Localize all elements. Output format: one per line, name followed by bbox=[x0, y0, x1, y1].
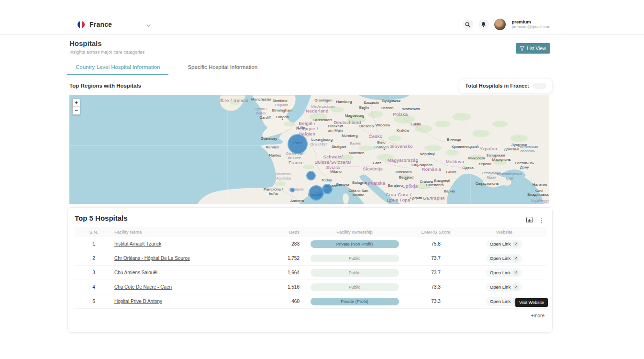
zoom-in-button[interactable]: + bbox=[73, 99, 80, 107]
open-link-button[interactable]: Open Link↗ bbox=[486, 269, 522, 277]
topbar: France premium premium@gmail.com bbox=[0, 14, 644, 35]
user-avatar[interactable] bbox=[494, 19, 506, 30]
column-header: Beds bbox=[271, 229, 300, 235]
beds-value: 1,664 bbox=[271, 270, 300, 275]
map-canvas[interactable]: Éire / IrelandManchesterSheffieldEngland… bbox=[69, 95, 549, 204]
table-row: 4Chu Cote De Nacre - Caen1,516Public73.3… bbox=[75, 280, 546, 294]
bell-icon bbox=[481, 22, 486, 27]
open-link-label: Open Link bbox=[490, 241, 511, 247]
map-marker-marseille[interactable] bbox=[309, 185, 324, 201]
open-link-label: Open Link bbox=[490, 256, 511, 261]
row-serial: 4 bbox=[75, 284, 113, 290]
beds-value: 460 bbox=[271, 299, 300, 304]
map-marker-lyon[interactable] bbox=[306, 171, 316, 180]
chevron-down-icon bbox=[146, 22, 151, 27]
bar-chart-icon bbox=[526, 217, 533, 223]
table-row: 3Chu Amiens Salouël1,664Public73.7Open L… bbox=[75, 266, 546, 280]
column-header: Facility Name bbox=[113, 229, 271, 235]
column-header: EMeRG Score bbox=[410, 229, 462, 235]
ownership-badge: Public bbox=[311, 283, 399, 291]
emerg-score-value: 75.8 bbox=[410, 241, 462, 247]
country-name: France bbox=[89, 21, 112, 28]
card-title: Top 5 Hospitals bbox=[75, 214, 552, 222]
map-zoom-control: + − bbox=[72, 99, 80, 115]
map-markers bbox=[69, 95, 549, 204]
tab-bar: Country Level Hospital Information Speci… bbox=[67, 61, 553, 75]
hospitals-table: S.N.Facility NameBedsFacility ownershipE… bbox=[75, 227, 546, 309]
more-options-button[interactable]: ⋮ bbox=[538, 217, 544, 223]
chart-view-button[interactable] bbox=[526, 217, 533, 223]
beds-value: 1,752 bbox=[271, 256, 300, 261]
notifications-button[interactable] bbox=[478, 19, 489, 30]
open-link-label: Open Link bbox=[490, 270, 511, 275]
zoom-out-button[interactable]: − bbox=[73, 107, 80, 114]
table-header-row: S.N.Facility NameBedsFacility ownershipE… bbox=[75, 227, 546, 237]
facility-name-link[interactable]: Chu Cote De Nacre - Caen bbox=[114, 284, 172, 290]
external-link-icon: ↗ bbox=[513, 284, 519, 290]
tab-specific-hospital-information[interactable]: Specific Hospital Information bbox=[179, 61, 266, 75]
ownership-badge: Private (Profit) bbox=[311, 298, 399, 305]
open-link-label: Open Link bbox=[490, 299, 511, 304]
main-content: Hospitals Insights across major care cat… bbox=[67, 39, 553, 333]
emerg-score-value: 73.3 bbox=[410, 299, 462, 304]
table-row: 5Hopital Prive D Antony460Private (Profi… bbox=[75, 294, 546, 309]
facility-name-link[interactable]: Hopital Prive D Antony bbox=[114, 299, 162, 304]
facility-name-link[interactable]: Chu Amiens Salouël bbox=[114, 270, 157, 275]
user-name: premium bbox=[512, 20, 550, 25]
total-hospitals-box: Total Hospitals in France: bbox=[459, 78, 553, 94]
facility-name-link[interactable]: Chr Orléans - Hôpital De La Source bbox=[114, 256, 190, 261]
row-serial: 3 bbox=[75, 270, 113, 275]
row-serial: 1 bbox=[75, 241, 113, 247]
external-link-icon: ↗ bbox=[513, 270, 519, 276]
external-link-icon: ↗ bbox=[513, 241, 519, 247]
table-body: 1Institut Arnault Tzanck283Private (Non … bbox=[75, 237, 546, 309]
filter-icon bbox=[520, 46, 524, 51]
beds-value: 283 bbox=[271, 241, 300, 247]
france-flag-icon bbox=[78, 21, 85, 28]
open-link-label: Open Link bbox=[490, 284, 511, 290]
list-view-button[interactable]: List View bbox=[516, 43, 550, 54]
user-profile[interactable]: premium premium@gmail.com bbox=[512, 20, 550, 30]
page-subtitle: Insights across major care categories bbox=[69, 49, 144, 55]
total-hospitals-label: Total Hospitals in France: bbox=[465, 83, 529, 89]
beds-value: 1,516 bbox=[271, 284, 300, 290]
open-link-button[interactable]: Open Link↗ bbox=[486, 240, 522, 248]
open-link-button[interactable]: Open Link↗ bbox=[486, 254, 522, 263]
user-email: premium@gmail.com bbox=[512, 25, 550, 30]
search-button[interactable] bbox=[463, 19, 473, 30]
column-header: Facility ownership bbox=[300, 229, 410, 235]
total-hospitals-value-loading bbox=[533, 83, 546, 89]
facility-name-link[interactable]: Institut Arnault Tzanck bbox=[114, 241, 161, 247]
ownership-badge: Private (Non Profit) bbox=[311, 240, 399, 248]
row-serial: 5 bbox=[75, 299, 113, 304]
map-marker-paris[interactable] bbox=[288, 134, 308, 154]
ownership-badge: Public bbox=[311, 269, 399, 277]
emerg-score-value: 73.7 bbox=[410, 270, 462, 275]
emerg-score-value: 73.3 bbox=[410, 284, 462, 290]
tab-country-level-hospital-information[interactable]: Country Level Hospital Information bbox=[67, 61, 168, 75]
map-section-title: Top Regions with Hospitals bbox=[69, 83, 141, 89]
visit-website-tooltip: Visit Website bbox=[515, 298, 548, 307]
external-link-icon: ↗ bbox=[513, 256, 519, 261]
column-header: Website bbox=[462, 229, 546, 235]
table-row: 1Institut Arnault Tzanck283Private (Non … bbox=[75, 237, 546, 251]
column-header: S.N. bbox=[75, 229, 113, 235]
more-link[interactable]: +more bbox=[531, 313, 544, 318]
emerg-score-value: 73.7 bbox=[410, 256, 462, 261]
row-serial: 2 bbox=[75, 256, 113, 261]
top-hospitals-card: Top 5 Hospitals ⋮ S.N.Facility NameBedsF… bbox=[67, 207, 553, 333]
map-marker-toulouse[interactable] bbox=[290, 188, 295, 192]
country-selector[interactable]: France bbox=[78, 21, 151, 28]
search-icon bbox=[465, 22, 470, 27]
open-link-button[interactable]: Open Link↗ bbox=[486, 283, 522, 292]
ownership-badge: Public bbox=[311, 255, 399, 262]
table-row: 2Chr Orléans - Hôpital De La Source1,752… bbox=[75, 251, 546, 266]
page-title: Hospitals bbox=[69, 39, 144, 47]
